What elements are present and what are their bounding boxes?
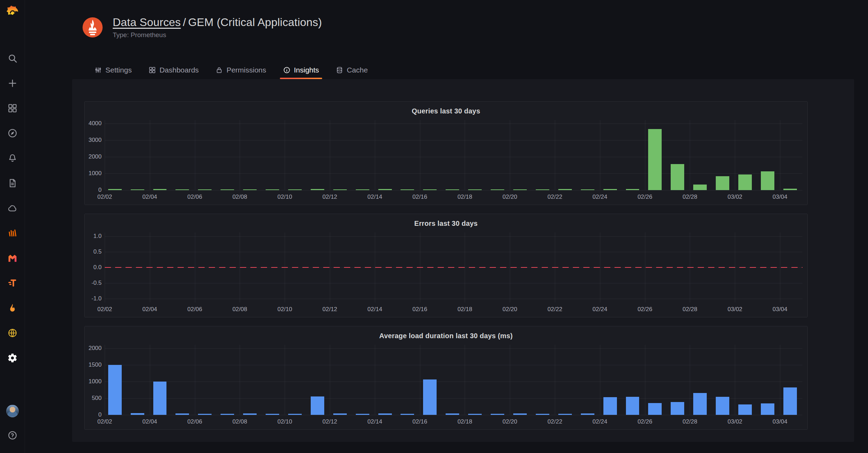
chart-body: -1.0-0.50.00.51.0 xyxy=(89,232,802,302)
sidebar-item-app-globe[interactable] xyxy=(5,325,20,341)
page-title-block: Data Sources/GEM (Critical Applications)… xyxy=(113,16,322,39)
database-icon xyxy=(336,66,343,74)
tab-dashboards[interactable]: Dashboards xyxy=(143,61,205,79)
sidebar-item-explore[interactable] xyxy=(5,125,20,141)
x-tick-label: 02/06 xyxy=(187,306,202,313)
x-tick-label: 02/08 xyxy=(232,306,247,313)
avatar xyxy=(6,405,19,417)
breadcrumb-separator: / xyxy=(181,16,188,28)
bar xyxy=(671,402,684,415)
v-gridline xyxy=(735,120,735,190)
panel-2: Errors last 30 days-1.0-0.50.00.51.002/0… xyxy=(84,214,808,317)
grid-icon xyxy=(148,66,156,74)
plot-area xyxy=(105,120,802,190)
tab-label: Dashboards xyxy=(160,66,199,74)
x-tick-label: 02/14 xyxy=(368,306,383,313)
datasource-type: Type: Prometheus xyxy=(113,31,322,39)
bar xyxy=(626,397,639,415)
h-gridline xyxy=(105,173,802,174)
active-tab-indicator xyxy=(280,78,322,79)
x-tick-label: 02/14 xyxy=(368,194,383,200)
bar xyxy=(761,171,774,190)
y-tick-label: 1000 xyxy=(88,378,102,385)
mimir-app-icon xyxy=(7,253,18,263)
v-gridline xyxy=(510,345,510,415)
v-gridline xyxy=(150,120,150,190)
tab-permissions[interactable]: Permissions xyxy=(209,61,272,79)
sidebar-item-help[interactable] xyxy=(5,427,20,443)
v-gridline xyxy=(240,120,240,190)
y-tick-label: 1500 xyxy=(88,361,102,368)
plus-icon xyxy=(7,78,18,88)
breadcrumb-data-sources-link[interactable]: Data Sources xyxy=(113,16,181,28)
bar xyxy=(761,403,774,415)
panel-title: Average load duration last 30 days (ms) xyxy=(89,332,802,340)
v-gridline xyxy=(555,120,555,190)
v-gridline xyxy=(600,345,600,415)
y-tick-label: 1.0 xyxy=(93,233,102,240)
bar xyxy=(716,176,729,190)
sidebar-item-grafana-home[interactable] xyxy=(5,4,20,20)
panel-title: Queries last 30 days xyxy=(89,107,802,115)
bar xyxy=(648,129,662,190)
h-gridline xyxy=(105,382,802,382)
sidebar-item-app-mimir[interactable] xyxy=(5,250,20,266)
sidebar-item-cloud[interactable] xyxy=(5,200,20,216)
x-tick-label: 02/06 xyxy=(187,418,202,425)
x-axis: 02/0202/0402/0602/0802/1002/1202/1402/16… xyxy=(105,415,802,426)
x-tick-label: 02/02 xyxy=(97,418,112,425)
sidebar xyxy=(0,0,25,453)
v-gridline xyxy=(645,120,645,190)
y-tick-label: 0.0 xyxy=(93,264,102,271)
x-tick-label: 02/26 xyxy=(637,194,652,200)
tab-label: Permissions xyxy=(226,66,266,74)
tab-cache[interactable]: Cache xyxy=(330,61,374,79)
sidebar-item-search[interactable] xyxy=(5,50,20,66)
sidebar-item-app-tempo[interactable] xyxy=(5,275,20,291)
x-tick-label: 02/04 xyxy=(143,418,157,425)
v-gridline xyxy=(420,120,420,190)
lock-icon xyxy=(215,66,223,74)
x-tick-label: 02/22 xyxy=(548,306,562,313)
bar xyxy=(153,382,167,415)
y-tick-label: 2000 xyxy=(88,345,102,352)
v-gridline xyxy=(420,345,420,415)
bar xyxy=(648,403,662,415)
tab-settings[interactable]: Settings xyxy=(88,61,138,79)
sidebar-item-alerting[interactable] xyxy=(5,150,20,166)
x-tick-label: 02/28 xyxy=(682,418,697,425)
x-tick-label: 02/02 xyxy=(97,306,112,313)
y-tick-label: 2000 xyxy=(88,153,102,160)
insights-panels: Queries last 30 days0100020003000400002/… xyxy=(84,101,854,430)
sidebar-item-reports[interactable] xyxy=(5,175,20,191)
sidebar-item-profile[interactable] xyxy=(5,403,20,419)
y-axis: -1.0-0.50.00.51.0 xyxy=(89,232,105,302)
x-tick-label: 02/08 xyxy=(232,418,247,425)
h-gridline xyxy=(105,157,802,157)
sidebar-item-configuration[interactable] xyxy=(5,350,20,366)
x-tick-label: 02/10 xyxy=(277,306,292,313)
x-tick-label: 02/20 xyxy=(502,306,517,313)
tab-insights[interactable]: Insights xyxy=(277,61,325,79)
x-tick-label: 02/24 xyxy=(593,418,608,425)
v-gridline xyxy=(555,345,555,415)
sidebar-item-app-flame[interactable] xyxy=(5,300,20,316)
bar xyxy=(423,379,437,415)
sidebar-item-app-loki[interactable] xyxy=(5,225,20,241)
y-axis: 01000200030004000 xyxy=(89,120,105,190)
x-tick-label: 02/10 xyxy=(277,418,292,425)
loki-app-icon xyxy=(7,228,18,238)
bar xyxy=(603,397,617,415)
sidebar-item-dashboards[interactable] xyxy=(5,100,20,116)
gear-icon xyxy=(7,353,18,363)
x-tick-label: 02/22 xyxy=(548,194,562,200)
bar xyxy=(716,397,729,415)
y-axis: 0500100015002000 xyxy=(89,345,105,415)
h-gridline xyxy=(105,140,802,140)
sidebar-item-create[interactable] xyxy=(5,75,20,91)
tab-label: Insights xyxy=(294,66,319,74)
page-header: Data Sources/GEM (Critical Applications)… xyxy=(25,0,868,39)
x-tick-label: 02/18 xyxy=(457,418,472,425)
y-tick-label: -0.5 xyxy=(92,280,102,287)
v-gridline xyxy=(105,345,105,415)
